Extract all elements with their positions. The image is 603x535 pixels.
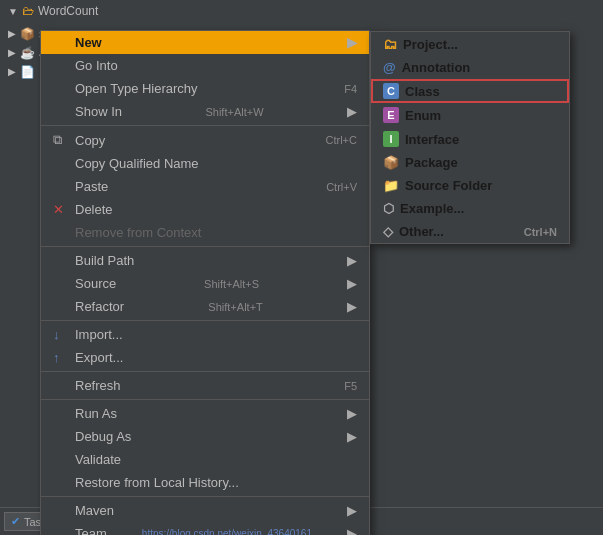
title-bar: ▼ 🗁 WordCount [0,0,603,22]
res-icon: 📄 [20,65,35,79]
expand-icon: ▶ [8,66,16,77]
separator-5 [41,399,369,400]
menu-item-open-type[interactable]: Open Type Hierarchy F4 [41,77,369,100]
menu-item-refactor[interactable]: Refactor Shift+Alt+T ▶ [41,295,369,318]
menu-item-delete[interactable]: ✕ Delete [41,198,369,221]
submenu-item-example[interactable]: ⬡ Example... [371,197,569,220]
separator-3 [41,320,369,321]
menu-item-debug-as[interactable]: Debug As ▶ [41,425,369,448]
run-as-label: Run As [75,406,117,421]
menu-item-refresh[interactable]: Refresh F5 [41,374,369,397]
menu-item-validate[interactable]: Validate [41,448,369,471]
source-folder-label: Source Folder [405,178,492,193]
example-icon: ⬡ [383,201,394,216]
menu-item-restore[interactable]: Restore from Local History... [41,471,369,494]
expand-icon: ▶ [8,28,16,39]
restore-label: Restore from Local History... [75,475,239,490]
new-arrow: ▶ [347,35,357,50]
menu-item-build-path[interactable]: Build Path ▶ [41,249,369,272]
import-icon: ↓ [53,327,69,342]
validate-label: Validate [75,452,121,467]
team-label: Team [75,526,107,535]
menu-item-go-into[interactable]: Go Into [41,54,369,77]
menu-item-run-as[interactable]: Run As ▶ [41,402,369,425]
menu-item-remove: Remove from Context [41,221,369,244]
paste-shortcut: Ctrl+V [326,181,357,193]
collapse-icon[interactable]: ▼ [8,6,18,17]
submenu-item-class[interactable]: C Class [371,79,569,103]
paste-label: Paste [75,179,108,194]
interface-label: Interface [405,132,459,147]
show-in-arrow: ▶ [347,104,357,119]
separator-4 [41,371,369,372]
refactor-label: Refactor [75,299,124,314]
delete-label: Delete [75,202,113,217]
annotation-label: Annotation [402,60,471,75]
copy-icon: ⧉ [53,132,69,148]
interface-icon: I [383,131,399,147]
copy-qualified-label: Copy Qualified Name [75,156,199,171]
source-arrow: ▶ [347,276,357,291]
other-icon: ◇ [383,224,393,239]
maven-label: Maven [75,503,114,518]
maven-arrow: ▶ [347,503,357,518]
menu-item-copy[interactable]: ⧉ Copy Ctrl+C [41,128,369,152]
submenu: 🗂 Project... @ Annotation C Class E Enum… [370,31,570,244]
example-label: Example... [400,201,464,216]
folder-icon: 📁 [383,178,399,193]
go-into-label: Go Into [75,58,118,73]
copy-shortcut: Ctrl+C [326,134,357,146]
expand-icon: ▶ [8,47,16,58]
debug-as-label: Debug As [75,429,131,444]
menu-item-team[interactable]: Team https://blog.csdn.net/weixin_436401… [41,522,369,535]
submenu-item-source-folder[interactable]: 📁 Source Folder [371,174,569,197]
menu-item-paste[interactable]: Paste Ctrl+V [41,175,369,198]
java-icon: ☕ [20,46,35,60]
new-label: New [75,35,102,50]
menu-item-import[interactable]: ↓ Import... [41,323,369,346]
submenu-item-interface[interactable]: I Interface [371,127,569,151]
submenu-item-package[interactable]: 📦 Package [371,151,569,174]
project-label: Project... [403,37,458,52]
open-type-shortcut: F4 [344,83,357,95]
import-label: Import... [75,327,123,342]
export-label: Export... [75,350,123,365]
menu-item-new[interactable]: New ▶ 🗂 Project... @ Annotation C Class … [41,31,369,54]
debug-as-arrow: ▶ [347,429,357,444]
menu-item-maven[interactable]: Maven ▶ [41,499,369,522]
copy-label: Copy [75,133,105,148]
source-label: Source [75,276,116,291]
menu-item-show-in[interactable]: Show In Shift+Alt+W ▶ [41,100,369,123]
submenu-item-enum[interactable]: E Enum [371,103,569,127]
tasks-icon: ✔ [11,515,20,528]
submenu-item-project[interactable]: 🗂 Project... [371,32,569,56]
source-shortcut: Shift+Alt+S [204,278,259,290]
refactor-shortcut: Shift+Alt+T [208,301,262,313]
other-shortcut: Ctrl+N [524,226,557,238]
submenu-item-other[interactable]: ◇ Other... Ctrl+N [371,220,569,243]
other-label: Other... [399,224,444,239]
delete-icon: ✕ [53,202,69,217]
submenu-item-annotation[interactable]: @ Annotation [371,56,569,79]
open-type-label: Open Type Hierarchy [75,81,198,96]
build-path-arrow: ▶ [347,253,357,268]
menu-item-copy-qualified[interactable]: Copy Qualified Name [41,152,369,175]
refactor-arrow: ▶ [347,299,357,314]
menu-item-source[interactable]: Source Shift+Alt+S ▶ [41,272,369,295]
refresh-shortcut: F5 [344,380,357,392]
class-icon: C [383,83,399,99]
annotation-icon: @ [383,60,396,75]
context-menu: New ▶ 🗂 Project... @ Annotation C Class … [40,30,370,535]
class-label: Class [405,84,440,99]
package-icon: 📦 [20,27,35,41]
show-in-shortcut: Shift+Alt+W [205,106,263,118]
enum-label: Enum [405,108,441,123]
team-arrow: ▶ [347,526,357,535]
refresh-label: Refresh [75,378,121,393]
package-label: Package [405,155,458,170]
package-icon: 📦 [383,155,399,170]
remove-label: Remove from Context [75,225,201,240]
separator-6 [41,496,369,497]
menu-item-export[interactable]: ↑ Export... [41,346,369,369]
project-title: WordCount [38,4,98,18]
